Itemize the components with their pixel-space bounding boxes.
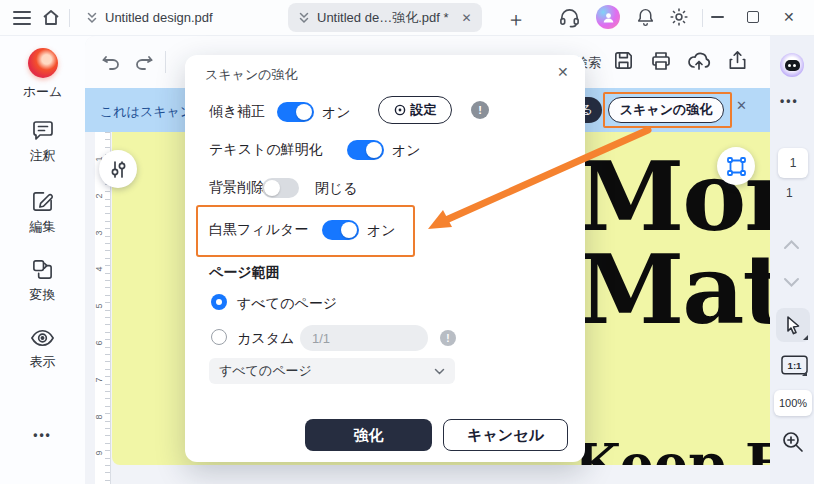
print-button[interactable]: [649, 49, 673, 73]
redo-button[interactable]: [133, 50, 155, 72]
ruler-mark: 2: [94, 193, 104, 198]
ai-assistant-button[interactable]: [780, 53, 804, 77]
titlebar-divider: [702, 9, 703, 27]
select-frame-button[interactable]: [717, 147, 755, 185]
sidebar-item-home[interactable]: ホーム: [0, 48, 85, 101]
dialog-close-icon[interactable]: ✕: [557, 64, 569, 80]
submenu-indicator: [803, 335, 808, 340]
current-page-input[interactable]: 1: [778, 148, 808, 178]
sidebar-item-convert[interactable]: 変換: [0, 258, 85, 304]
gear-small-icon: [394, 104, 406, 116]
pointer-tool-button[interactable]: [776, 308, 810, 342]
panel-more-button[interactable]: •••: [780, 94, 799, 108]
maximize-button[interactable]: [747, 11, 759, 23]
remove-background-state: 閉じる: [315, 180, 358, 198]
zoom-in-button[interactable]: [781, 430, 805, 454]
person-icon: [602, 11, 615, 24]
eye-icon: [30, 328, 55, 348]
ruler-mark: 4: [94, 267, 104, 272]
remove-background-toggle[interactable]: [262, 178, 299, 198]
enhance-button[interactable]: 強化: [305, 419, 432, 451]
chevron-up-icon: [783, 239, 800, 250]
app-logo-icon: [28, 48, 58, 78]
sidebar-item-edit[interactable]: 編集: [0, 190, 85, 236]
undo-button[interactable]: [100, 50, 122, 72]
save-icon: [612, 49, 635, 72]
sidebar-item-view[interactable]: 表示: [0, 328, 85, 371]
notifications-button[interactable]: [635, 7, 656, 28]
zoom-level-button[interactable]: 100%: [774, 390, 812, 416]
titlebar-divider: [69, 9, 70, 27]
submenu-indicator: [802, 371, 807, 376]
tab-untitled-design[interactable]: Untitled design.pdf: [76, 3, 223, 32]
previous-page-button[interactable]: [783, 239, 800, 250]
document-footer-text: Keep F: [574, 432, 770, 465]
banner-close-icon[interactable]: ✕: [736, 98, 747, 113]
save-button[interactable]: [612, 49, 635, 72]
home-button[interactable]: [41, 8, 61, 28]
custom-range-radio[interactable]: [211, 329, 227, 345]
deskew-label: 傾き補正: [209, 103, 265, 121]
headset-icon: [558, 6, 581, 29]
hamburger-icon: [12, 10, 32, 26]
tab-label: Untitled design.pdf: [105, 10, 213, 25]
comment-icon: [31, 120, 55, 142]
text-sharpen-toggle[interactable]: [347, 140, 384, 160]
tab-untitled-enhanced[interactable]: Untitled de…強化.pdf * ✕: [288, 3, 482, 32]
ruler-mark: 3: [94, 230, 104, 235]
robot-icon: [780, 53, 804, 77]
home-icon: [41, 8, 61, 28]
undo-icon: [100, 50, 122, 72]
bw-filter-label: 白黒フィルター: [209, 221, 308, 239]
sidebar-item-annotate[interactable]: 注釈: [0, 120, 85, 165]
hamburger-menu-button[interactable]: [12, 10, 32, 26]
banner-enhance-scan-button[interactable]: スキャンの強化: [608, 97, 724, 123]
bw-filter-state: オン: [367, 222, 396, 240]
minimize-icon: [711, 16, 724, 18]
dialog-title: スキャンの強化: [205, 66, 298, 84]
deskew-toggle[interactable]: [277, 102, 314, 122]
custom-range-label: カスタム: [237, 330, 294, 348]
right-panel: ••• 1 1 1:1 100%: [770, 36, 814, 484]
share-button[interactable]: [726, 49, 749, 72]
edit-pencil-icon: [31, 190, 54, 213]
chevron-double-down-icon: [298, 12, 310, 24]
dropdown-value: すべてのページ: [219, 362, 312, 380]
cancel-button[interactable]: キャンセル: [443, 419, 568, 451]
left-sidebar: ホーム 注釈 編集 変換 表示 •••: [0, 36, 85, 484]
print-icon: [649, 49, 673, 73]
deskew-settings-button[interactable]: 設定: [378, 96, 452, 124]
new-tab-button[interactable]: ＋: [506, 6, 526, 33]
redo-icon: [133, 50, 155, 72]
titlebar: Untitled design.pdf Untitled de…強化.pdf *…: [0, 0, 814, 36]
window-close-button[interactable]: ✕: [783, 9, 795, 25]
scan-enhancement-dialog: スキャンの強化 ✕ 傾き補正 オン 設定 ! テキストの鮮明化 オン 背景削除 …: [185, 55, 585, 462]
sidebar-item-label: 編集: [30, 218, 56, 236]
chevron-double-down-icon: [86, 12, 98, 24]
text-sharpen-label: テキストの鮮明化: [209, 141, 323, 159]
toolbar-divider: [165, 51, 166, 73]
page-range-dropdown[interactable]: すべてのページ: [209, 358, 455, 384]
adjustments-button[interactable]: [99, 150, 137, 188]
gear-icon: [668, 6, 690, 28]
chevron-down-icon: [783, 277, 800, 288]
page-range-heading: ページ範囲: [209, 264, 280, 282]
custom-range-info-icon[interactable]: !: [440, 330, 456, 346]
bw-filter-toggle[interactable]: [322, 220, 359, 240]
cloud-upload-button[interactable]: [686, 48, 712, 74]
custom-range-input[interactable]: [300, 325, 428, 351]
all-pages-radio[interactable]: [211, 294, 227, 310]
sidebar-more-button[interactable]: •••: [0, 428, 85, 442]
tab-close-icon[interactable]: ✕: [462, 11, 472, 25]
settings-button[interactable]: [668, 6, 690, 28]
next-page-button[interactable]: [783, 277, 800, 288]
avatar-icon: [596, 5, 620, 29]
ruler-mark: 6: [94, 340, 104, 345]
support-button[interactable]: [558, 6, 581, 29]
actual-size-button[interactable]: 1:1: [779, 352, 809, 378]
account-avatar[interactable]: [596, 5, 620, 29]
chevron-down-icon: [434, 368, 445, 375]
deskew-info-icon[interactable]: !: [471, 101, 489, 119]
all-pages-label: すべてのページ: [237, 295, 337, 313]
minimize-button[interactable]: [711, 16, 724, 18]
